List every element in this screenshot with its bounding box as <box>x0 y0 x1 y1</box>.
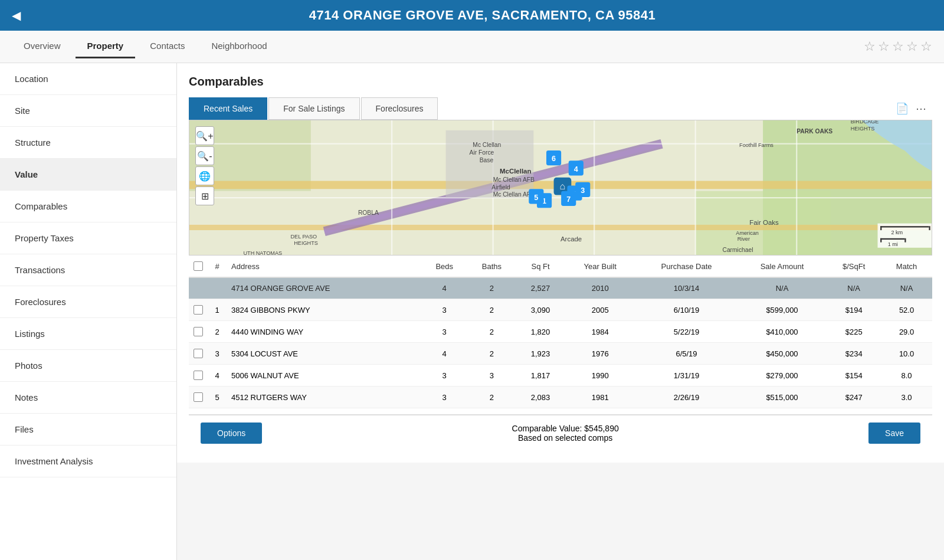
tab-recent-sales[interactable]: Recent Sales <box>189 97 267 120</box>
svg-text:4: 4 <box>574 165 578 173</box>
row1-match: 52.0 <box>881 299 932 321</box>
row3-year-built: 1976 <box>565 343 635 365</box>
sidebar-item-property-taxes[interactable]: Property Taxes <box>0 222 176 254</box>
save-button[interactable]: Save <box>868 423 920 444</box>
row1-address: 3824 GIBBONS PKWY <box>227 299 422 321</box>
row5-sale-amount: $515,000 <box>738 387 827 408</box>
row3-sale-amount: $450,000 <box>738 343 827 365</box>
header-match-col: Match <box>881 256 932 277</box>
row5-beds: 3 <box>422 387 467 408</box>
nav-property[interactable]: Property <box>76 35 136 58</box>
star-2[interactable]: ☆ <box>878 39 890 54</box>
svg-text:Carmichael: Carmichael <box>722 247 753 253</box>
subject-checkbox <box>189 277 208 299</box>
svg-text:7: 7 <box>566 195 571 204</box>
layers-button[interactable]: ⊞ <box>195 186 214 205</box>
nav-overview[interactable]: Overview <box>12 35 73 58</box>
row1-purchase-date: 6/10/19 <box>635 299 737 321</box>
star-4[interactable]: ☆ <box>906 39 918 54</box>
sidebar-item-structure[interactable]: Structure <box>0 127 176 159</box>
subject-purchase-date: 10/3/14 <box>635 277 737 299</box>
row4-purchase-date: 1/31/19 <box>635 365 737 387</box>
row3-price-sqft: $234 <box>827 343 881 365</box>
table-row: 5 4512 RUTGERS WAY 3 2 2,083 1981 2/26/1… <box>189 387 932 408</box>
sidebar-item-photos[interactable]: Photos <box>0 350 176 382</box>
comparables-map[interactable]: Mc Clellan Air Force Base McClellan Mc C… <box>189 120 932 256</box>
svg-rect-38 <box>880 226 881 230</box>
row5-checkbox[interactable] <box>189 387 208 408</box>
row3-num: 3 <box>208 343 227 365</box>
sidebar-item-location[interactable]: Location <box>0 63 176 95</box>
sidebar-item-value[interactable]: Value <box>0 159 176 191</box>
nav-neighborhood[interactable]: Neighborhood <box>199 35 278 58</box>
row6-price-sqft: $223 <box>827 408 881 415</box>
svg-text:Mc Clellan: Mc Clellan <box>473 142 501 148</box>
subject-sale-amount: N/A <box>738 277 827 299</box>
rating-stars: ☆ ☆ ☆ ☆ ☆ <box>864 39 932 54</box>
sidebar-item-files[interactable]: Files <box>0 414 176 446</box>
comparable-value-display: Comparable Value: $545,890 Based on sele… <box>512 424 619 443</box>
row2-beds: 3 <box>422 321 467 343</box>
comparables-title: Comparables <box>189 75 932 89</box>
row4-checkbox[interactable] <box>189 365 208 387</box>
svg-text:2 km: 2 km <box>891 230 903 235</box>
svg-rect-41 <box>880 238 904 240</box>
report-icon[interactable]: 📄 <box>896 102 909 115</box>
header-checkbox-col[interactable] <box>189 256 208 277</box>
star-3[interactable]: ☆ <box>892 39 904 54</box>
row6-sqft: 1,526 <box>516 408 565 415</box>
row4-beds: 3 <box>422 365 467 387</box>
sidebar-item-notes[interactable]: Notes <box>0 382 176 414</box>
header-sale-amount-col: Sale Amount <box>738 256 827 277</box>
back-button[interactable]: ◀ <box>12 8 21 22</box>
options-button[interactable]: Options <box>201 423 262 444</box>
row1-checkbox[interactable] <box>189 299 208 321</box>
row4-sale-amount: $279,000 <box>738 365 827 387</box>
row4-match: 8.0 <box>881 365 932 387</box>
row5-price-sqft: $247 <box>827 387 881 408</box>
row3-address: 5304 LOCUST AVE <box>227 343 422 365</box>
row6-year-built: 1987 <box>565 408 635 415</box>
tab-foreclosures[interactable]: Foreclosures <box>361 97 438 120</box>
sidebar-item-comparables[interactable]: Comparables <box>0 191 176 222</box>
subject-beds: 4 <box>422 277 467 299</box>
row5-match: 3.0 <box>881 387 932 408</box>
sidebar-item-listings[interactable]: Listings <box>0 318 176 350</box>
svg-text:Mc Clellan AFB: Mc Clellan AFB <box>493 191 535 198</box>
row6-address: 4523 TERRACE DOWNS WAY <box>227 408 422 415</box>
row6-checkbox[interactable] <box>189 408 208 415</box>
sidebar-item-foreclosures[interactable]: Foreclosures <box>0 286 176 318</box>
row3-checkbox[interactable] <box>189 343 208 365</box>
header-address-col: Address <box>227 256 422 277</box>
row2-address: 4440 WINDING WAY <box>227 321 422 343</box>
header-price-sqft-col: $/SqFt <box>827 256 881 277</box>
tab-for-sale-listings[interactable]: For Sale Listings <box>268 97 359 120</box>
row2-sale-amount: $410,000 <box>738 321 827 343</box>
svg-text:Arcade: Arcade <box>560 235 582 243</box>
header-beds-col: Beds <box>422 256 467 277</box>
svg-text:DEL PASO: DEL PASO <box>291 234 317 240</box>
globe-button[interactable]: 🌐 <box>195 166 214 185</box>
svg-text:McClellan: McClellan <box>500 168 531 175</box>
subject-year-built: 2010 <box>565 277 635 299</box>
sidebar-item-site[interactable]: Site <box>0 95 176 127</box>
row6-match: 0.0 <box>881 408 932 415</box>
share-icon[interactable]: ⋯ <box>916 102 926 115</box>
svg-text:Foothill Farms: Foothill Farms <box>739 142 773 148</box>
row6-sale-amount: $340,000 <box>738 408 827 415</box>
zoom-in-button[interactable]: 🔍+ <box>195 126 214 145</box>
row2-price-sqft: $225 <box>827 321 881 343</box>
comparables-footer: Options Comparable Value: $545,890 Based… <box>189 415 932 451</box>
svg-rect-15 <box>446 130 534 198</box>
row6-num: 6 <box>208 408 227 415</box>
row2-checkbox[interactable] <box>189 321 208 343</box>
table-scroll[interactable]: # Address Beds Baths Sq Ft Year Built Pu… <box>189 256 932 415</box>
subject-property-row: 4714 ORANGE GROVE AVE 4 2 2,527 2010 10/… <box>189 277 932 299</box>
sidebar-item-transactions[interactable]: Transactions <box>0 254 176 286</box>
star-1[interactable]: ☆ <box>864 39 876 54</box>
svg-text:1 mi: 1 mi <box>888 241 898 247</box>
nav-contacts[interactable]: Contacts <box>138 35 196 58</box>
zoom-out-button[interactable]: 🔍- <box>195 146 214 165</box>
star-5[interactable]: ☆ <box>920 39 932 54</box>
sidebar-item-investment-analysis[interactable]: Investment Analysis <box>0 446 176 477</box>
